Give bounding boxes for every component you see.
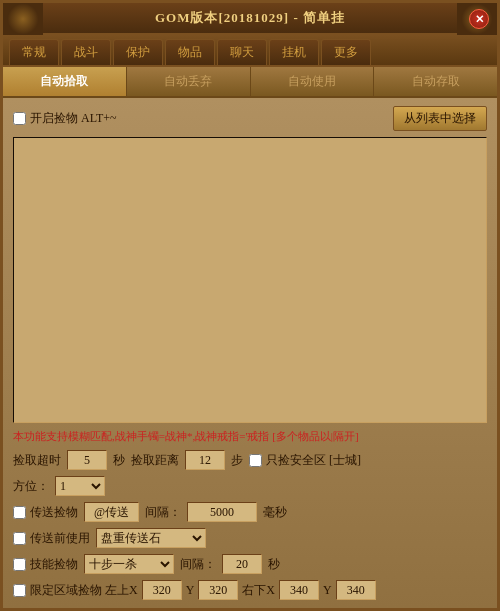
enable-pickup-checkbox-label[interactable]: 开启捡物 ALT+~ <box>13 110 116 127</box>
send-pickup-checkbox[interactable] <box>13 506 26 519</box>
subtab-auto-save[interactable]: 自动存取 <box>374 67 497 96</box>
pre-send-row: 传送前使用 盘重传送石 轻量传送石 无 <box>13 528 487 548</box>
timeout-label: 捡取超时 <box>13 452 61 469</box>
subtab-auto-discard[interactable]: 自动丢弃 <box>127 67 251 96</box>
limit-x2-input[interactable] <box>279 580 319 600</box>
subtab-auto-use[interactable]: 自动使用 <box>251 67 375 96</box>
send-pickup-checkbox-label[interactable]: 传送捡物 <box>13 504 78 521</box>
enable-row: 开启捡物 ALT+~ 从列表中选择 <box>13 106 487 131</box>
corner-decoration-left <box>3 3 43 35</box>
subtab-auto-pickup[interactable]: 自动拾取 <box>3 67 127 96</box>
skill-pickup-checkbox[interactable] <box>13 558 26 571</box>
skill-interval-input[interactable] <box>222 554 262 574</box>
safe-zone-checkbox[interactable] <box>249 454 262 467</box>
safe-zone-label: 只捡安全区 [士城] <box>266 452 361 469</box>
pre-send-select[interactable]: 盘重传送石 轻量传送石 无 <box>96 528 206 548</box>
tab-normal[interactable]: 常规 <box>9 39 59 65</box>
limit-area-checkbox[interactable] <box>13 584 26 597</box>
timeout-input[interactable] <box>67 450 107 470</box>
skill-pickup-row: 技能捡物 十步一杀 无 间隔： 秒 <box>13 554 487 574</box>
tab-more[interactable]: 更多 <box>321 39 371 65</box>
limit-y2-input[interactable] <box>336 580 376 600</box>
select-from-list-button[interactable]: 从列表中选择 <box>393 106 487 131</box>
direction-label: 方位： <box>13 478 49 495</box>
limit-rb-label: 右下X <box>242 582 275 599</box>
pre-send-checkbox-label[interactable]: 传送前使用 <box>13 530 90 547</box>
limit-area-row: 限定区域捡物 左上X Y 右下X Y <box>13 580 487 600</box>
tab-battle[interactable]: 战斗 <box>61 39 111 65</box>
tab-chat[interactable]: 聊天 <box>217 39 267 65</box>
enable-pickup-label: 开启捡物 ALT+~ <box>30 110 116 127</box>
safe-zone-checkbox-label[interactable]: 只捡安全区 [士城] <box>249 452 361 469</box>
limit-y2-label: Y <box>323 583 332 598</box>
send-interval-input[interactable] <box>187 502 257 522</box>
content-area: 自动拾取 自动丢弃 自动使用 自动存取 开启捡物 ALT+~ 从列表中选择 本功… <box>3 67 497 608</box>
tab-afk[interactable]: 挂机 <box>269 39 319 65</box>
direction-select[interactable]: 1234 5678 <box>55 476 105 496</box>
window-title: GOM版本[20181029] - 简单挂 <box>155 9 345 27</box>
limit-y-label: Y <box>186 583 195 598</box>
skill-interval-unit: 秒 <box>268 556 280 573</box>
send-pickup-row: 传送捡物 间隔： 毫秒 <box>13 502 487 522</box>
distance-input[interactable] <box>185 450 225 470</box>
skill-select[interactable]: 十步一杀 无 <box>84 554 174 574</box>
tab-items[interactable]: 物品 <box>165 39 215 65</box>
sub-tab-bar: 自动拾取 自动丢弃 自动使用 自动存取 <box>3 67 497 98</box>
timeout-unit: 秒 <box>113 452 125 469</box>
limit-area-checkbox-label[interactable]: 限定区域捡物 左上X <box>13 582 138 599</box>
tab-protect[interactable]: 保护 <box>113 39 163 65</box>
distance-unit: 步 <box>231 452 243 469</box>
panel-body: 开启捡物 ALT+~ 从列表中选择 本功能支持模糊匹配,战神手镯=战神*,战神戒… <box>3 98 497 608</box>
distance-label: 捡取距离 <box>131 452 179 469</box>
main-tab-bar: 常规 战斗 保护 物品 聊天 挂机 更多 <box>3 35 497 67</box>
hint-text: 本功能支持模糊匹配,战神手镯=战神*,战神戒指='戒指 [多个物品以|隔开] <box>13 429 487 444</box>
send-pickup-input[interactable] <box>84 502 139 522</box>
title-bar: GOM版本[20181029] - 简单挂 ✕ <box>3 3 497 35</box>
enable-pickup-checkbox[interactable] <box>13 112 26 125</box>
direction-row: 方位： 1234 5678 <box>13 476 487 496</box>
pre-send-label: 传送前使用 <box>30 530 90 547</box>
limit-y1-input[interactable] <box>198 580 238 600</box>
send-interval-unit: 毫秒 <box>263 504 287 521</box>
item-list-textarea[interactable] <box>13 137 487 423</box>
skill-pickup-checkbox-label[interactable]: 技能捡物 <box>13 556 78 573</box>
timeout-distance-row: 捡取超时 秒 捡取距离 步 只捡安全区 [士城] <box>13 450 487 470</box>
limit-x1-input[interactable] <box>142 580 182 600</box>
skill-pickup-label: 技能捡物 <box>30 556 78 573</box>
close-button[interactable]: ✕ <box>469 9 489 29</box>
skill-interval-label: 间隔： <box>180 556 216 573</box>
send-interval-label: 间隔： <box>145 504 181 521</box>
main-window: GOM版本[20181029] - 简单挂 ✕ 常规 战斗 保护 物品 聊天 挂… <box>0 0 500 611</box>
send-pickup-label: 传送捡物 <box>30 504 78 521</box>
limit-area-label: 限定区域捡物 左上X <box>30 582 138 599</box>
pre-send-checkbox[interactable] <box>13 532 26 545</box>
